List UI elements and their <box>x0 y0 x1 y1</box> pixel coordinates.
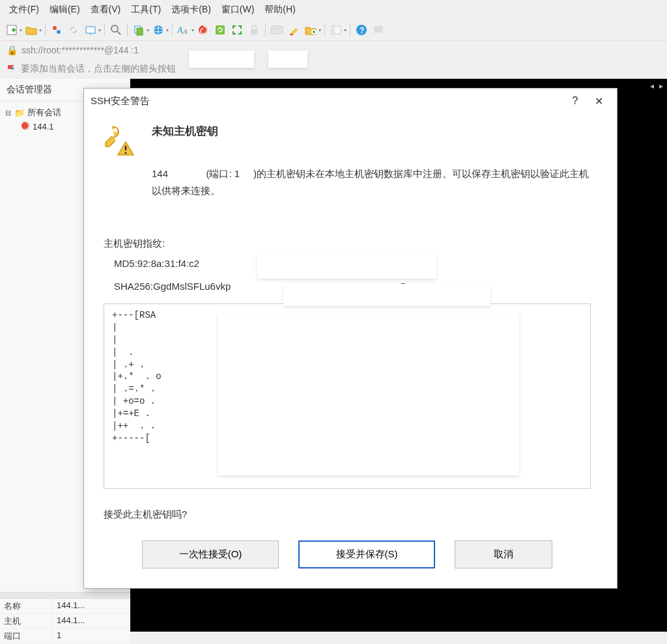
svg-point-35 <box>125 152 127 154</box>
prop-val[interactable]: 144.1... <box>52 599 130 613</box>
svg-point-7 <box>111 25 118 32</box>
dropdown-arrow-icon[interactable]: ▾ <box>147 27 149 33</box>
svg-rect-18 <box>251 29 257 35</box>
redaction <box>189 51 254 68</box>
prop-key: 端口 <box>0 629 52 643</box>
svg-text:A: A <box>182 27 188 35</box>
dialog-title: SSH安全警告 <box>91 95 150 107</box>
prop-key: 名称 <box>0 599 52 613</box>
tab-hint-text: 要添加当前会话，点击左侧的箭头按钮 <box>21 63 176 75</box>
tree-session-label: 144.1 <box>33 122 54 132</box>
tree-root-label: 所有会话 <box>27 107 61 119</box>
globe-icon[interactable] <box>150 22 166 38</box>
dropdown-arrow-icon[interactable]: ▾ <box>319 27 321 33</box>
separator <box>104 23 105 36</box>
dialog-close-button[interactable]: ✕ <box>587 92 610 109</box>
menu-view[interactable]: 查看(V) <box>87 3 125 17</box>
redaction <box>218 313 519 475</box>
fullscreen-icon[interactable] <box>229 22 245 38</box>
svg-rect-28 <box>332 26 335 34</box>
highlight-icon[interactable] <box>286 22 302 38</box>
dialog-help-button[interactable]: ? <box>563 92 587 109</box>
dialog-body-text: 144 (端口: 1 )的主机密钥未在本地主机密钥数据库中注册。可以保存主机密钥… <box>152 165 591 199</box>
lock-icon[interactable] <box>246 22 262 38</box>
svg-text:A: A <box>177 25 183 35</box>
separator <box>45 23 46 36</box>
prop-row-host: 主机 144.1... <box>0 614 130 629</box>
address-bar[interactable]: 🔒 ssh://root:************@144 :1 <box>0 41 667 59</box>
svg-line-8 <box>117 31 121 35</box>
separator <box>172 23 173 36</box>
redaction <box>257 253 436 279</box>
cancel-button[interactable]: 取消 <box>455 540 552 568</box>
dropdown-arrow-icon[interactable]: ▾ <box>98 27 101 33</box>
spiral-icon[interactable] <box>195 22 211 38</box>
accept-question: 接受此主机密钥吗? <box>104 509 591 521</box>
menu-tools[interactable]: 工具(T) <box>127 3 165 17</box>
nav-left-icon[interactable]: ◂ <box>650 81 654 91</box>
disconnect-icon[interactable] <box>83 22 98 38</box>
menu-edit[interactable]: 编辑(E) <box>46 3 84 17</box>
fingerprint-label: 主机密钥指纹: <box>104 238 591 250</box>
svg-rect-5 <box>86 27 95 33</box>
dialog-button-row: 一次性接受(O) 接受并保存(S) 取消 <box>104 540 591 568</box>
dialog-heading: 未知主机密钥 <box>152 124 218 139</box>
copy-icon[interactable] <box>131 22 147 38</box>
toolbar: ▾ ▾ ▾ ▾ ▾ AA ▾ ▾ ▾ ? <box>0 20 667 41</box>
address-url: ssh://root:************@144 :1 <box>21 45 139 55</box>
dropdown-arrow-icon[interactable]: ▾ <box>39 27 42 33</box>
svg-point-32 <box>21 122 29 130</box>
link-icon[interactable] <box>66 22 81 38</box>
svg-rect-17 <box>216 25 225 35</box>
new-session-icon[interactable] <box>4 22 20 38</box>
panel-icon[interactable] <box>328 22 344 38</box>
properties-scrollbar[interactable] <box>0 593 130 599</box>
flag-arrow-icon[interactable] <box>7 64 17 74</box>
svg-point-4 <box>57 30 61 34</box>
accept-once-button[interactable]: 一次性接受(O) <box>142 540 279 568</box>
nav-right-icon[interactable]: ▸ <box>659 81 663 91</box>
reconnect-icon[interactable] <box>49 22 64 38</box>
menu-window[interactable]: 窗口(W) <box>218 3 259 17</box>
open-icon[interactable] <box>23 22 39 38</box>
dropdown-arrow-icon[interactable]: ▾ <box>344 27 347 33</box>
search-icon[interactable] <box>108 22 124 38</box>
dropdown-arrow-icon[interactable]: ▾ <box>166 27 169 33</box>
redaction <box>268 51 307 68</box>
svg-rect-10 <box>137 28 143 35</box>
keyboard-icon[interactable] <box>269 22 285 38</box>
prop-row-port: 端口 1 <box>0 629 130 644</box>
prop-val[interactable]: 1 <box>52 629 130 643</box>
dialog-titlebar[interactable]: SSH安全警告 ? ✕ <box>84 89 617 113</box>
menu-file[interactable]: 文件(F) <box>5 3 43 17</box>
tab-nav-arrows: ◂ ▸ <box>650 81 663 91</box>
prop-key: 主机 <box>0 614 52 628</box>
separator <box>324 23 325 36</box>
font-icon[interactable]: AA <box>176 22 192 38</box>
svg-point-3 <box>53 26 57 30</box>
dropdown-arrow-icon[interactable]: ▾ <box>20 27 22 33</box>
refresh-icon[interactable] <box>212 22 228 38</box>
tab-hint-row: 要添加当前会话，点击左侧的箭头按钮 <box>0 59 667 79</box>
lock-icon: 🔒 <box>7 45 18 55</box>
dropdown-arrow-icon[interactable]: ▾ <box>192 27 194 33</box>
chat-icon[interactable] <box>371 22 386 38</box>
expander-icon[interactable]: ⊟ <box>4 109 12 117</box>
menubar: 文件(F) 编辑(E) 查看(V) 工具(T) 选项卡(B) 窗口(W) 帮助(… <box>0 0 667 20</box>
menu-tabs[interactable]: 选项卡(B) <box>167 3 215 17</box>
key-warning-icon <box>104 124 136 156</box>
svg-rect-19 <box>271 26 283 34</box>
prop-val[interactable]: 144.1... <box>52 614 130 628</box>
menu-help[interactable]: 帮助(H) <box>261 3 299 17</box>
help-icon[interactable]: ? <box>354 22 369 38</box>
accept-save-button[interactable]: 接受并保存(S) <box>298 540 435 568</box>
svg-point-33 <box>113 128 117 132</box>
new-folder-icon[interactable] <box>303 22 319 38</box>
separator <box>350 23 350 36</box>
folder-icon: 📁 <box>14 108 25 118</box>
svg-text:?: ? <box>360 26 364 35</box>
properties-panel: 名称 144.1... 主机 144.1... 端口 1 <box>0 592 130 644</box>
svg-point-16 <box>199 25 208 35</box>
svg-rect-31 <box>374 26 383 33</box>
prop-row-name: 名称 144.1... <box>0 599 130 614</box>
